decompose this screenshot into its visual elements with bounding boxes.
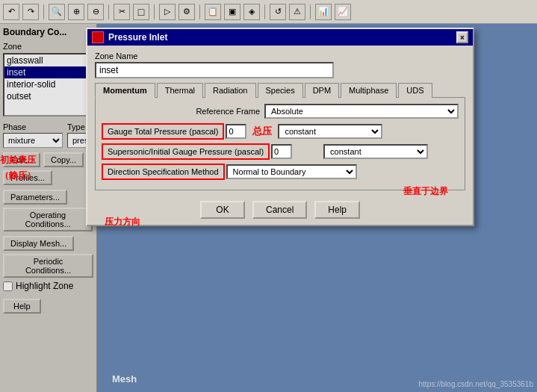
left-annotation-text2: （静压） [0,170,36,181]
reference-frame-row: Reference Frame Absolute [102,104,459,119]
tab-momentum[interactable]: Momentum [95,83,155,98]
toolbar-btn-zoomin[interactable]: ⊕ [68,4,84,20]
tab-uds[interactable]: UDS [398,83,432,98]
toolbar-btn-refresh[interactable]: ↺ [270,4,286,20]
gauge-total-pressure-label: Gauge Total Pressure (pascal) [102,123,224,140]
bottom-annotation-text: 压力方向 [105,217,140,227]
tab-thermal[interactable]: Thermal [157,83,203,98]
toolbar-sep-3 [154,4,155,19]
direction-spec-dropdown[interactable]: Normal to Boundary [226,164,357,179]
toolbar-btn-warn[interactable]: ⚠ [289,4,305,20]
modal-overlay: Pressure Inlet × Zone Name inset Momentu… [0,24,537,392]
dialog-close-button[interactable]: × [456,31,468,43]
toolbar-sep-2 [108,4,109,19]
toolbar-sep-1 [43,4,44,19]
tab-radiation[interactable]: Radiation [205,83,255,98]
toolbar-btn-chart1[interactable]: 📊 [315,4,332,20]
toolbar: ↶ ↷ 🔍 ⊕ ⊖ ✂ □ ▷ ⚙ 📋 ▣ ◈ ↺ ⚠ 📊 📈 [0,0,537,24]
dialog-buttons: OK Cancel Help [95,196,465,219]
toolbar-btn-run[interactable]: ▷ [159,4,176,20]
toolbar-sep-4 [199,4,200,19]
toolbar-btn-undo[interactable]: ↶ [3,4,19,20]
left-annotation: 初始表压 （静压） [0,151,36,182]
gauge-total-annotation: 总压 [252,125,272,138]
dialog-help-button[interactable]: Help [314,201,360,219]
toolbar-btn-grid[interactable]: ▣ [224,4,240,20]
toolbar-btn-zoom[interactable]: 🔍 [49,4,65,20]
dialog-titlebar: Pressure Inlet × [87,29,473,46]
toolbar-sep-6 [310,4,311,19]
tab-species[interactable]: Species [258,83,303,98]
toolbar-btn-chart2[interactable]: 📈 [335,4,351,20]
zone-name-label: Zone Name [95,52,465,60]
dialog-tabs: Momentum Thermal Radiation Species DPM M… [95,83,465,98]
cancel-button[interactable]: Cancel [252,201,307,219]
tab-dpm[interactable]: DPM [305,83,339,98]
toolbar-btn-zoomout[interactable]: ⊖ [87,4,104,20]
dialog-body: Zone Name inset Momentum Thermal Radiati… [87,46,473,225]
gauge-total-pressure-row: Gauge Total Pressure (pascal) 总压 constan… [102,123,459,140]
toolbar-btn-clip[interactable]: 📋 [205,4,221,20]
bottom-annotation: 压力方向 [105,214,140,228]
gauge-total-pressure-input[interactable] [226,124,246,139]
toolbar-btn-redo[interactable]: ↷ [22,4,39,20]
dialog-icon [92,31,104,43]
ok-button[interactable]: OK [200,201,245,219]
direction-spec-label: Direction Specification Method [102,164,225,180]
dialog-title-left: Pressure Inlet [92,31,167,43]
reference-frame-label: Reference Frame [196,107,260,116]
gauge-total-dropdown[interactable]: constant [278,124,382,139]
supersonic-pressure-row: Supersonic/Initial Gauge Pressure (pasca… [102,143,459,160]
zone-name-input[interactable]: inset [95,62,334,78]
right-annotation: 垂直于边界 [403,184,448,198]
left-annotation-text: 初始表压 [0,155,36,165]
toolbar-btn-shape[interactable]: ◈ [243,4,260,20]
tab-multiphase[interactable]: Multiphase [341,83,397,98]
right-annotation-text: 垂直于边界 [403,186,448,196]
dialog-title: Pressure Inlet [108,32,167,43]
supersonic-pressure-dropdown[interactable]: constant [323,144,428,159]
supersonic-pressure-label: Supersonic/Initial Gauge Pressure (pasca… [102,143,270,160]
toolbar-sep-5 [264,4,265,19]
toolbar-btn-select[interactable]: ✂ [114,4,130,20]
toolbar-btn-rect[interactable]: □ [133,4,149,20]
toolbar-btn-gear[interactable]: ⚙ [179,4,195,20]
reference-frame-dropdown[interactable]: Absolute [264,104,459,119]
tab-content: Reference Frame Absolute Gauge Total Pre… [95,98,465,190]
supersonic-pressure-input[interactable] [271,144,292,159]
direction-spec-row: Direction Specification Method Normal to… [102,164,459,180]
